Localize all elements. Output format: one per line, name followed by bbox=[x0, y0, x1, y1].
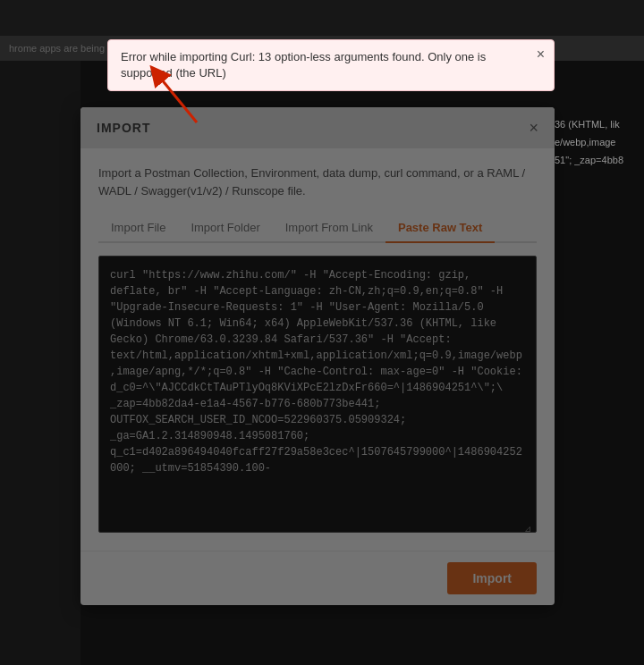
bg-right-line-2: e/webp,image bbox=[555, 134, 644, 152]
svg-line-1 bbox=[157, 73, 197, 122]
error-close-button[interactable]: × bbox=[537, 47, 545, 62]
bg-right-line-3: 51"; _zap=4bb8 bbox=[555, 152, 644, 170]
arrow-indicator bbox=[139, 64, 210, 130]
arrow-svg bbox=[139, 64, 210, 127]
bg-right-line-1: 36 (KHTML, lik bbox=[555, 116, 644, 134]
modal-overlay bbox=[0, 0, 644, 665]
background-right-text: 36 (KHTML, lik e/webp,image 51"; _zap=4b… bbox=[555, 116, 644, 169]
